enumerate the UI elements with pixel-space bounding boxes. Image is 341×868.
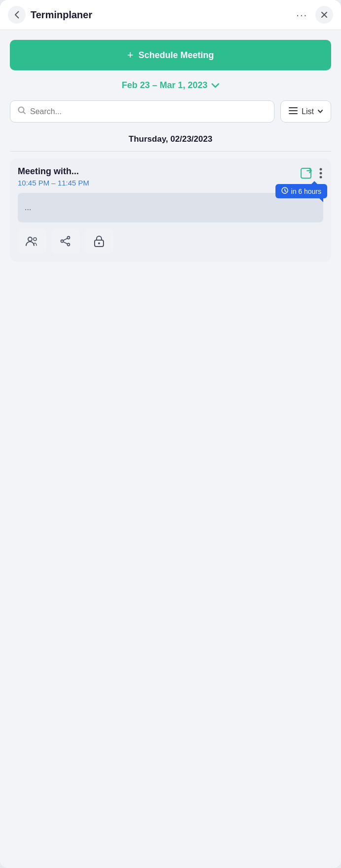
meeting-actions: in 6 hours [301,166,323,180]
header-right: ··· [292,6,333,24]
date-range-selector[interactable]: Feb 23 – Mar 1, 2023 [10,80,331,91]
schedule-meeting-button[interactable]: + Schedule Meeting [10,40,331,70]
lock-button[interactable] [85,228,113,254]
more-button[interactable]: ··· [292,7,311,23]
app-title: Terminplaner [31,9,92,21]
participants-button[interactable] [18,228,46,254]
svg-point-6 [28,237,32,241]
meeting-card-header: Meeting with... 10:45 PM – 11:45 PM [18,166,323,187]
meeting-more-button[interactable] [318,168,323,179]
header-left: Terminplaner [8,6,92,24]
svg-rect-1 [301,168,311,178]
meeting-buttons-row [18,228,323,254]
meeting-tooltip: in 6 hours [275,184,327,198]
day-heading: Thursday, 02/23/2023 [10,134,331,144]
header: Terminplaner ··· [0,0,341,30]
svg-point-4 [320,176,322,179]
chevron-down-icon [211,80,219,91]
clock-icon [281,187,288,195]
list-icon [289,107,298,116]
meeting-desc-text: ... [25,203,31,212]
filter-chevron-icon [318,110,323,113]
meeting-title-time: Meeting with... 10:45 PM – 11:45 PM [18,166,301,187]
divider [10,151,331,152]
plus-icon: + [127,49,134,62]
meeting-card: Meeting with... 10:45 PM – 11:45 PM [10,158,331,262]
svg-point-2 [320,168,322,171]
join-meeting-button[interactable] [301,166,314,180]
svg-point-7 [34,238,36,241]
tooltip-arrow [319,198,323,202]
filter-label: List [302,107,314,116]
filter-button[interactable]: List [280,100,331,123]
empty-area [10,262,331,705]
tooltip-text: in 6 hours [291,187,321,195]
schedule-button-label: Schedule Meeting [138,50,214,61]
app-container: Terminplaner ··· + Schedule Meeting Feb … [0,0,341,868]
meeting-time: 10:45 PM – 11:45 PM [18,179,301,187]
date-range-text: Feb 23 – Mar 1, 2023 [122,80,207,91]
close-button[interactable] [315,6,333,24]
main-content: + Schedule Meeting Feb 23 – Mar 1, 2023 [0,30,341,714]
search-container [10,100,274,123]
search-input[interactable] [30,107,267,116]
meeting-title: Meeting with... [18,166,301,177]
back-button[interactable] [8,6,26,24]
search-icon [17,106,26,117]
search-filter-row: List [10,100,331,123]
svg-point-3 [320,172,322,175]
share-button[interactable] [51,228,80,254]
svg-point-12 [98,243,100,245]
